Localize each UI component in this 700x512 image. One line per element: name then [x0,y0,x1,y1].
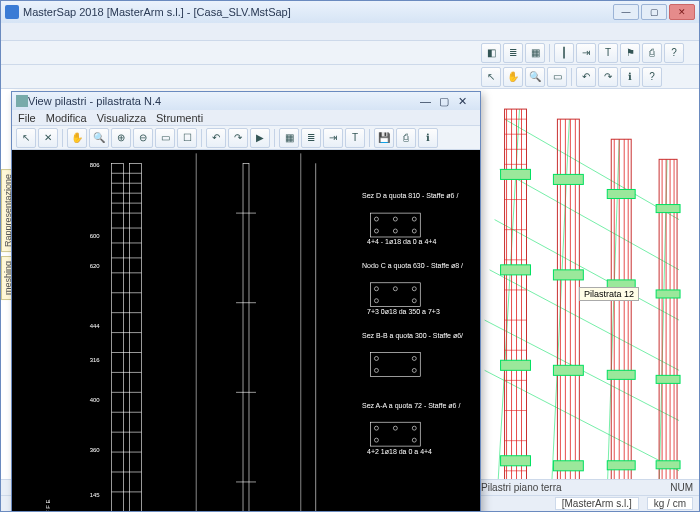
cad-viewport[interactable]: 806600620 444316400 360145116 S T A F F … [12,150,480,511]
svg-rect-60 [656,461,680,469]
ct-undo-icon[interactable]: ↶ [206,128,226,148]
tool-help-icon[interactable]: ? [664,43,684,63]
svg-rect-65 [129,163,141,511]
minimize-button[interactable]: — [613,4,639,20]
tool-fit-icon[interactable]: ▭ [547,67,567,87]
svg-point-120 [374,368,378,372]
svg-point-115 [374,299,378,303]
toolbar-separator [549,44,550,62]
svg-point-119 [412,356,416,360]
section-note-4: 4+2 1ø18 da 0 a 4+4 [367,448,432,455]
svg-rect-122 [370,422,420,446]
svg-point-108 [374,229,378,233]
ct-zoom-icon[interactable]: 🔍 [89,128,109,148]
app-icon [5,5,19,19]
menu-strumenti[interactable]: Strumenti [156,112,203,124]
ct-grid-icon[interactable]: ▦ [279,128,299,148]
svg-rect-39 [553,174,583,184]
svg-rect-98 [243,163,249,511]
tool-help2-icon[interactable]: ? [642,67,662,87]
main-toolbar-1: ◧ ≣ ▦ ┃ ⇥ T ⚑ ⎙ ? [1,41,699,65]
tool-hand-icon[interactable]: ✋ [503,67,523,87]
tool-arrow-icon[interactable]: ↖ [481,67,501,87]
child-app-icon [16,95,28,107]
tool-grid-icon[interactable]: ▦ [525,43,545,63]
child-menubar: File Modifica Visualizza Strumenti [12,110,480,126]
close-button[interactable]: ✕ [669,4,695,20]
title-doc: [Casa_SLV.MstSap] [194,6,291,18]
ct-hand-icon[interactable]: ✋ [67,128,87,148]
tool-redo-icon[interactable]: ↷ [598,67,618,87]
tool-info-icon[interactable]: ℹ [620,67,640,87]
tool-layers-icon[interactable]: ≣ [503,43,523,63]
svg-rect-10 [505,109,527,491]
tool-flag-icon[interactable]: ⚑ [620,43,640,63]
toolbar-separator [62,129,63,147]
svg-point-110 [412,229,416,233]
svg-rect-57 [656,205,680,213]
svg-point-109 [393,229,397,233]
child-close-button[interactable]: ✕ [458,95,476,108]
ct-play-icon[interactable]: ▶ [250,128,270,148]
ct-save-icon[interactable]: 💾 [374,128,394,148]
tool-ruler-icon[interactable]: ┃ [554,43,574,63]
svg-rect-111 [370,283,420,307]
main-menubar[interactable] [1,23,699,41]
svg-point-116 [412,299,416,303]
ct-fit-icon[interactable]: ▭ [155,128,175,148]
section-title-1: Sez D a quota 810 - Staffe ø6 / [362,192,458,199]
toolbar-separator [571,68,572,86]
ct-cross-icon[interactable]: ✕ [38,128,58,148]
svg-point-126 [374,438,378,442]
child-toolbar: ↖ ✕ ✋ 🔍 ⊕ ⊖ ▭ ☐ ↶ ↷ ▶ ▦ ≣ ⇥ T 💾 ⎙ [12,126,480,150]
svg-rect-40 [553,270,583,280]
ct-info-icon[interactable]: ℹ [418,128,438,148]
svg-point-107 [412,217,416,221]
svg-text:145: 145 [90,492,101,498]
svg-point-112 [374,287,378,291]
menu-file[interactable]: File [18,112,36,124]
menu-visualizza[interactable]: Visualizza [97,112,146,124]
ct-zoomout-icon[interactable]: ⊖ [133,128,153,148]
maximize-button[interactable]: ▢ [641,4,667,20]
tool-text-icon[interactable]: T [598,43,618,63]
tool-zoom-icon[interactable]: 🔍 [525,67,545,87]
menu-modifica[interactable]: Modifica [46,112,87,124]
svg-text:S T A F F E: S T A F F E [45,499,51,511]
svg-rect-41 [553,365,583,375]
tool-print-icon[interactable]: ⎙ [642,43,662,63]
element-tooltip: Pilastrata 12 [579,287,639,301]
tool-cube-icon[interactable]: ◧ [481,43,501,63]
svg-rect-50 [607,370,635,379]
svg-rect-42 [553,461,583,471]
child-titlebar[interactable]: View pilastri - pilastrata N.4 — ▢ ✕ [12,92,480,110]
svg-rect-64 [112,163,124,511]
child-maximize-button[interactable]: ▢ [439,95,457,108]
section-title-4: Sez A-A a quota 72 - Staffe ø6 / [362,402,460,409]
status-brand: [MasterArm s.l.] [555,497,639,510]
section-title-2: Nodo C a quota 630 - Staffe ø8 / [362,262,463,269]
status-units: kg / cm [647,497,693,510]
ct-zoomin-icon[interactable]: ⊕ [111,128,131,148]
ct-text-icon[interactable]: T [345,128,365,148]
svg-point-124 [393,426,397,430]
toolbar-separator [274,129,275,147]
ct-print-icon[interactable]: ⎙ [396,128,416,148]
svg-rect-117 [370,353,420,377]
tool-undo-icon[interactable]: ↶ [576,67,596,87]
svg-point-121 [412,368,416,372]
ct-sel-icon[interactable]: ☐ [177,128,197,148]
svg-point-106 [393,217,397,221]
tool-dim-icon[interactable]: ⇥ [576,43,596,63]
svg-rect-51 [607,461,635,470]
ct-layers-icon[interactable]: ≣ [301,128,321,148]
svg-text:620: 620 [90,263,101,269]
main-toolbar-2: ↖ ✋ 🔍 ▭ ↶ ↷ ℹ ? [1,65,699,89]
child-minimize-button[interactable]: — [420,95,438,108]
ct-dim-icon[interactable]: ⇥ [323,128,343,148]
svg-rect-104 [370,213,420,237]
svg-point-127 [412,438,416,442]
section-note-1: 4+4 - 1ø18 da 0 a 4+4 [367,238,436,245]
ct-redo-icon[interactable]: ↷ [228,128,248,148]
ct-arrow-icon[interactable]: ↖ [16,128,36,148]
